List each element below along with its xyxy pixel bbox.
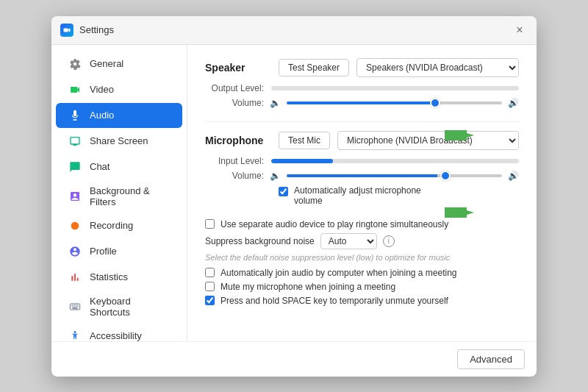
volume-low-icon: 🔈: [270, 98, 281, 108]
profile-icon: [68, 244, 82, 259]
input-level-fill: [271, 159, 333, 163]
sidebar-share-label: Share Screen: [90, 135, 148, 146]
svg-marker-17: [445, 207, 474, 218]
sidebar-chat-label: Chat: [90, 161, 110, 172]
close-button[interactable]: ×: [512, 22, 528, 38]
sidebar-item-profile[interactable]: Profile: [56, 239, 182, 264]
mic-volume-label: Volume:: [205, 171, 264, 181]
chat-icon: [68, 160, 82, 174]
speaker-row: Speaker Test Speaker Speakers (NVIDIA Br…: [205, 58, 519, 77]
sidebar-item-share-screen[interactable]: Share Screen: [56, 129, 182, 154]
sidebar-general-label: General: [90, 58, 123, 69]
microphone-label: Microphone: [205, 135, 271, 146]
svg-rect-0: [64, 28, 68, 32]
space-checkbox[interactable]: [205, 296, 215, 305]
auto-join-row: Automatically join audio by computer whe…: [205, 268, 519, 278]
keyboard-icon: [68, 299, 82, 314]
input-level-bar: [271, 159, 519, 163]
titlebar: Settings ×: [51, 16, 537, 45]
microphone-device-select[interactable]: Microphone (NVIDIA Broadcast): [337, 131, 519, 150]
space-label: Press and hold SPACE key to temporarily …: [220, 296, 448, 306]
volume-high-icon: 🔊: [508, 98, 519, 108]
accessibility-icon: [68, 329, 82, 341]
sidebar-item-keyboard[interactable]: Keyboard Shortcuts: [56, 291, 182, 323]
separate-audio-checkbox[interactable]: [205, 219, 215, 229]
speaker-device-select[interactable]: Speakers (NVIDIA Broadcast): [356, 58, 519, 77]
mute-label: Mute my microphone when joining a meetin…: [220, 282, 395, 292]
bottom-bar: Advanced: [51, 341, 537, 377]
sidebar-recording-label: Recording: [90, 220, 133, 231]
auto-join-label: Automatically join audio by computer whe…: [220, 268, 457, 278]
sidebar-keyboard-label: Keyboard Shortcuts: [90, 296, 171, 318]
microphone-arrow-indicator: [445, 206, 474, 221]
window-title: Settings: [79, 24, 114, 35]
recording-icon: [68, 218, 82, 233]
speaker-section: Speaker Test Speaker Speakers (NVIDIA Br…: [205, 58, 519, 108]
sidebar-item-background[interactable]: Background & Filters: [56, 180, 182, 213]
hint-text: Select the default noise suppression lev…: [205, 253, 519, 262]
advanced-button[interactable]: Advanced: [457, 349, 525, 369]
svg-point-2: [71, 221, 79, 229]
sidebar-item-statistics[interactable]: Statistics: [56, 265, 182, 290]
suppress-info-icon[interactable]: i: [383, 235, 395, 247]
sidebar-item-accessibility[interactable]: Accessibility: [56, 324, 182, 341]
mic-vol-low-icon: 🔈: [270, 171, 281, 181]
auto-join-checkbox[interactable]: [205, 268, 215, 277]
mic-vol-high-icon: 🔊: [508, 171, 519, 181]
sidebar-item-video[interactable]: Video: [56, 77, 182, 102]
auto-adjust-checkbox[interactable]: [279, 187, 288, 196]
content-area: General Video Audio: [51, 45, 537, 341]
video-icon: [68, 82, 82, 97]
sidebar-item-chat[interactable]: Chat: [56, 154, 182, 179]
settings-window: Settings × General Video: [51, 16, 537, 377]
space-row: Press and hold SPACE key to temporarily …: [205, 296, 519, 306]
zoom-logo-icon: [60, 24, 74, 37]
svg-marker-16: [445, 130, 474, 140]
output-level-row: Output Level:: [205, 83, 519, 93]
input-level-label: Input Level:: [205, 156, 264, 166]
input-level-row: Input Level:: [205, 156, 519, 166]
sidebar-item-general[interactable]: General: [56, 51, 182, 76]
sidebar-item-recording[interactable]: Recording: [56, 213, 182, 238]
mic-volume-row: Volume: 🔈 🔊: [205, 171, 519, 181]
mic-volume-slider[interactable]: [287, 174, 502, 177]
sidebar-profile-label: Profile: [90, 246, 117, 257]
sidebar-background-label: Background & Filters: [90, 185, 171, 207]
test-speaker-button[interactable]: Test Speaker: [279, 59, 349, 76]
output-level-label: Output Level:: [205, 83, 264, 93]
sidebar: General Video Audio: [51, 45, 187, 341]
speaker-arrow-indicator: [445, 129, 474, 144]
sidebar-audio-label: Audio: [90, 110, 114, 121]
titlebar-left: Settings: [60, 24, 114, 37]
output-level-bar: [271, 86, 519, 90]
main-content: Speaker Test Speaker Speakers (NVIDIA Br…: [187, 45, 537, 341]
sidebar-statistics-label: Statistics: [90, 271, 128, 282]
suppress-row: Suppress background noise Auto Low Mediu…: [205, 233, 519, 249]
auto-adjust-label: Automatically adjust microphone volume: [294, 185, 441, 206]
mute-checkbox[interactable]: [205, 282, 215, 291]
test-mic-button[interactable]: Test Mic: [279, 132, 330, 149]
mute-row: Mute my microphone when joining a meetin…: [205, 282, 519, 292]
share-screen-icon: [68, 134, 82, 149]
sidebar-item-audio[interactable]: Audio: [56, 103, 182, 128]
separate-audio-label: Use separate audio device to play ringto…: [220, 219, 448, 229]
sidebar-video-label: Video: [90, 84, 114, 95]
suppress-select[interactable]: Auto Low Medium High: [320, 233, 377, 249]
suppress-label: Suppress background noise: [205, 236, 315, 246]
speaker-label: Speaker: [205, 62, 271, 74]
speaker-volume-row: Volume: 🔈 🔊: [205, 98, 519, 108]
background-icon: [68, 189, 82, 204]
auto-adjust-row: Automatically adjust microphone volume: [205, 185, 519, 206]
general-icon: [68, 57, 82, 71]
statistics-icon: [68, 270, 82, 285]
svg-marker-1: [68, 28, 71, 32]
audio-icon: [68, 108, 82, 123]
divider: [205, 121, 519, 122]
sidebar-accessibility-label: Accessibility: [90, 330, 142, 341]
speaker-volume-label: Volume:: [205, 98, 264, 108]
speaker-volume-slider[interactable]: [287, 101, 502, 104]
